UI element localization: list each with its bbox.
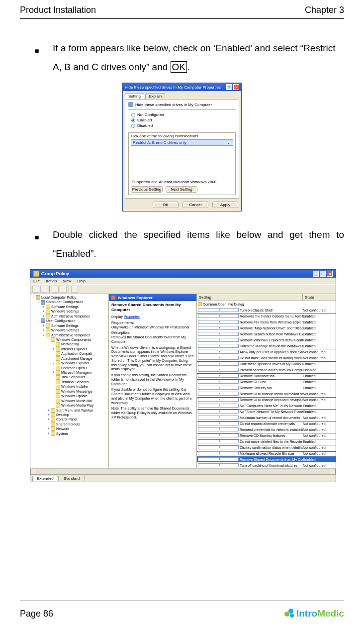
list-item[interactable]: Turn on Classic ShellNot configured bbox=[197, 307, 336, 313]
list-item[interactable]: Hides the Manage item on the Windows Exp… bbox=[197, 343, 336, 349]
list-item[interactable]: Common Open File Dialog bbox=[197, 301, 336, 307]
gp-tree-pane[interactable]: -Local Computer Policy-Computer Configur… bbox=[30, 294, 109, 468]
ok-button[interactable]: OK bbox=[153, 202, 179, 208]
tree-item[interactable]: +Internet Explorer bbox=[31, 347, 108, 351]
close-button[interactable]: × bbox=[327, 271, 333, 277]
toolbar-up-button[interactable] bbox=[52, 286, 59, 293]
toolbar-help-button[interactable] bbox=[71, 286, 78, 293]
tree-item[interactable]: -Windows Components bbox=[31, 337, 108, 342]
tree-item[interactable]: Windows Installer bbox=[31, 384, 108, 389]
tree-item[interactable]: Terminal Services bbox=[31, 380, 108, 384]
list-item[interactable]: Remove DFS tabEnabled bbox=[197, 379, 336, 385]
tree-item[interactable]: +Software Settings bbox=[31, 305, 108, 309]
bullet-text-2: Double clicked the specified items like … bbox=[53, 225, 344, 263]
tree-item[interactable]: -Windows Explorer bbox=[31, 361, 108, 365]
menu-action[interactable]: Action bbox=[46, 279, 57, 283]
radio-disabled[interactable] bbox=[131, 124, 135, 128]
maximize-button[interactable]: □ bbox=[320, 271, 326, 277]
tree-item[interactable]: Windows Media Play bbox=[31, 403, 108, 408]
list-item[interactable]: Remove Windows Explorer's default contex… bbox=[197, 337, 336, 343]
list-item[interactable]: Prevent access to drives from My Compute… bbox=[197, 367, 336, 373]
bullet-marker: ■ bbox=[35, 39, 53, 77]
properties-link[interactable]: Properties bbox=[124, 315, 140, 318]
gp-title: Group Policy bbox=[41, 271, 69, 276]
list-item[interactable]: Remove File menu from Windows ExplorerEn… bbox=[197, 319, 336, 325]
supported-on-label: Supported on: bbox=[132, 180, 157, 184]
list-item[interactable]: No "Entire Network" in My Network Places… bbox=[197, 409, 336, 415]
minimize-button[interactable]: _ bbox=[313, 271, 319, 277]
tree-item[interactable]: Application Compati bbox=[31, 351, 108, 356]
list-item[interactable]: Remove CD Burning featuresNot configured bbox=[197, 432, 336, 438]
list-item[interactable]: No "Computers Near Me" in My Network Pla… bbox=[197, 403, 336, 409]
tree-item[interactable]: Windows Messenge bbox=[31, 389, 108, 394]
tree-item[interactable]: +Administrative Templates bbox=[31, 314, 108, 318]
tree-item[interactable]: NetMeeting bbox=[31, 342, 108, 346]
h-scrollbar[interactable] bbox=[30, 468, 336, 474]
list-item[interactable]: Do not track Shell shortcuts during roam… bbox=[197, 355, 336, 361]
tree-item[interactable]: +Start Menu and Taskbar bbox=[31, 408, 108, 413]
group-policy-window: Group Policy _ □ × File Action View Help bbox=[30, 269, 336, 482]
list-item[interactable]: Removes the Folder Options menu item fro… bbox=[197, 313, 336, 319]
list-item[interactable]: Maximum number of recent documentsNot co… bbox=[197, 415, 336, 420]
list-item[interactable]: Remove "Map Network Drive" and "Disconne… bbox=[197, 325, 336, 331]
radio-not-configured[interactable] bbox=[131, 113, 135, 117]
list-item[interactable]: Request credentials for network installa… bbox=[197, 426, 336, 432]
list-item[interactable]: Remove Search button from Windows Explor… bbox=[197, 331, 336, 337]
tree-item[interactable]: +Windows Settings bbox=[31, 309, 108, 314]
chevron-down-icon: v bbox=[226, 140, 231, 145]
tree-item[interactable]: +Microsoft Managem bbox=[31, 370, 108, 375]
col-state[interactable]: State bbox=[303, 294, 336, 301]
dialog-hide-drives: Hide these specified drives in My Comput… bbox=[122, 83, 242, 211]
tree-item[interactable]: +Control Panel bbox=[31, 417, 108, 421]
close-button[interactable]: × bbox=[233, 84, 239, 90]
tree-item[interactable]: +Desktop bbox=[31, 413, 108, 417]
tree-item[interactable]: +Software Settings bbox=[31, 323, 108, 328]
bullet-item-1: ■ If a form appears like below, check on… bbox=[35, 39, 344, 77]
policy-name: Hide these specified drives in My Comput… bbox=[135, 103, 212, 107]
list-item[interactable]: Turn off caching of thumbnail picturesNo… bbox=[197, 462, 336, 468]
list-item[interactable]: Display confirmation dialog when deletin… bbox=[197, 444, 336, 450]
toolbar-properties-button[interactable] bbox=[60, 286, 67, 293]
tree-item[interactable]: -Computer Configuration bbox=[31, 300, 108, 304]
tree-item[interactable]: Windows Movie Mal bbox=[31, 399, 108, 403]
list-item[interactable]: Remove UI to change menu animation setti… bbox=[197, 391, 336, 397]
list-item[interactable]: Maximum allowed Recycle Bin sizeNot conf… bbox=[197, 450, 336, 456]
list-item[interactable]: Do not move deleted files to the Recycle… bbox=[197, 438, 336, 444]
tree-item[interactable]: Attachment Manage bbox=[31, 356, 108, 361]
tree-item[interactable]: Common Open F bbox=[31, 366, 108, 370]
toolbar-forward-button[interactable] bbox=[40, 286, 47, 293]
toolbar-back-button[interactable] bbox=[32, 286, 39, 293]
combo-restrict-drives[interactable]: Restrict A, B and C drives only v bbox=[131, 139, 233, 146]
tab-standard[interactable]: Standard bbox=[58, 476, 85, 481]
list-item[interactable]: Remove Security tabEnabled bbox=[197, 385, 336, 391]
tree-item[interactable]: Shared Folders bbox=[31, 422, 108, 426]
tree-item[interactable]: Task Scheduler bbox=[31, 375, 108, 379]
list-item[interactable]: Hide these specified drives in My Comput… bbox=[197, 361, 336, 367]
menu-view[interactable]: View bbox=[63, 279, 71, 283]
apply-button[interactable]: Apply bbox=[212, 202, 238, 208]
menu-file[interactable]: File bbox=[33, 279, 40, 283]
cancel-button[interactable]: Cancel bbox=[182, 202, 208, 208]
menu-help[interactable]: Help bbox=[77, 279, 85, 283]
tree-item[interactable]: +Network bbox=[31, 426, 108, 431]
list-item[interactable]: Allow only per user or approved shell ex… bbox=[197, 349, 336, 355]
radio-enabled[interactable] bbox=[131, 118, 135, 122]
prev-setting-button[interactable]: Previous Setting bbox=[131, 186, 163, 193]
tree-item[interactable]: Windows Update bbox=[31, 394, 108, 398]
radio-group: Not Configured Enabled Disabled bbox=[128, 109, 236, 130]
tree-item[interactable]: -Local Computer Policy bbox=[31, 295, 108, 300]
list-item[interactable]: Remove UI to change keyboard navigation … bbox=[197, 397, 336, 403]
tab-explain[interactable]: Explain bbox=[145, 93, 165, 99]
tree-item[interactable]: -User Configuration bbox=[31, 318, 108, 323]
col-setting[interactable]: Setting bbox=[197, 294, 303, 301]
tab-setting[interactable]: Setting bbox=[125, 93, 144, 99]
list-item[interactable]: Do not request alternate credentialsNot … bbox=[197, 420, 336, 426]
tree-item[interactable]: -Administrative Templates bbox=[31, 333, 108, 337]
next-setting-button[interactable]: Next Setting bbox=[166, 186, 197, 193]
tree-item[interactable]: +Windows Settings bbox=[31, 328, 108, 332]
tree-item[interactable]: +System bbox=[31, 431, 108, 436]
tab-extended[interactable]: Extended bbox=[32, 476, 58, 481]
list-item[interactable]: Remove Hardware tabEnabled bbox=[197, 373, 336, 379]
help-button[interactable]: ? bbox=[226, 84, 232, 90]
list-item[interactable]: Remove Shared Documents from My Computer… bbox=[197, 456, 336, 462]
